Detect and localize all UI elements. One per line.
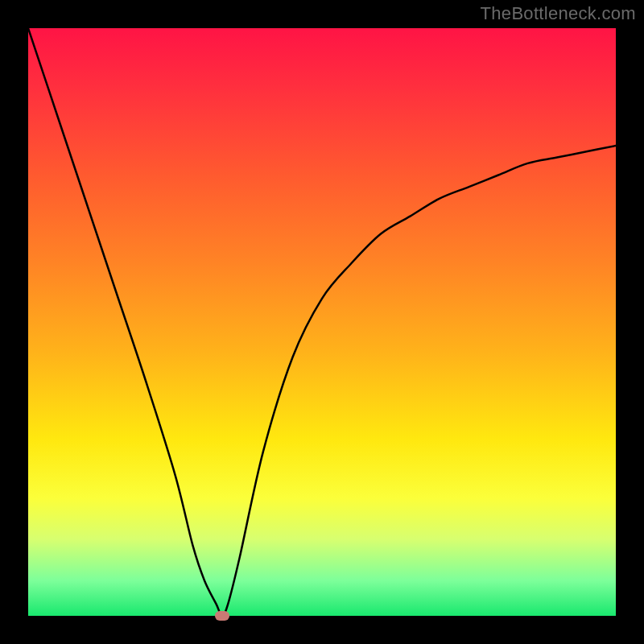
chart-frame: TheBottleneck.com [0,0,644,644]
plot-area [28,28,616,616]
bottleneck-curve [28,28,616,616]
optimal-marker [215,611,229,621]
watermark-text: TheBottleneck.com [481,3,636,24]
